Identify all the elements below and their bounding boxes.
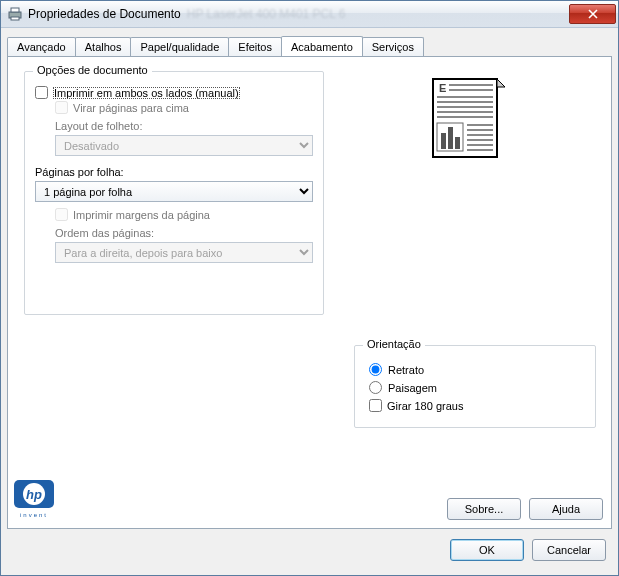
- tab-advanced[interactable]: Avançado: [7, 37, 76, 56]
- svg-text:invent: invent: [20, 512, 48, 518]
- pages-per-sheet-select[interactable]: 1 página por folha: [35, 181, 313, 202]
- svg-marker-4: [497, 79, 505, 87]
- print-both-sides-label: Imprimir em ambos os lados (manual): [53, 87, 240, 99]
- ok-button[interactable]: OK: [450, 539, 524, 561]
- left-column: Opções de documento Imprimir em ambos os…: [24, 71, 324, 325]
- landscape-input[interactable]: [369, 381, 382, 394]
- booklet-layout-select: Desativado: [55, 135, 313, 156]
- cancel-button[interactable]: Cancelar: [532, 539, 606, 561]
- tab-effects[interactable]: Efeitos: [228, 37, 282, 56]
- tab-paper[interactable]: Papel/qualidade: [130, 37, 229, 56]
- tab-shortcuts[interactable]: Atalhos: [75, 37, 132, 56]
- landscape-label: Paisagem: [388, 382, 437, 394]
- print-both-sides-input[interactable]: [35, 86, 48, 99]
- page-order-select: Para a direita, depois para baixo: [55, 242, 313, 263]
- svg-rect-1: [11, 8, 19, 12]
- rotate-input[interactable]: [369, 399, 382, 412]
- panel-button-row: Sobre... Ajuda: [447, 498, 603, 520]
- portrait-radio[interactable]: Retrato: [369, 363, 581, 376]
- dialog-window: Propriedades de Documento HP LaserJet 40…: [0, 0, 619, 576]
- rotate-checkbox[interactable]: Girar 180 graus: [369, 399, 581, 412]
- portrait-label: Retrato: [388, 364, 424, 376]
- svg-rect-16: [455, 137, 460, 149]
- dialog-button-row: OK Cancelar: [450, 539, 606, 561]
- tab-strip: Avançado Atalhos Papel/qualidade Efeitos…: [7, 34, 612, 56]
- title-bar: Propriedades de Documento HP LaserJet 40…: [1, 1, 618, 28]
- help-button[interactable]: Ajuda: [529, 498, 603, 520]
- orientation-legend: Orientação: [363, 338, 425, 350]
- tab-services[interactable]: Serviços: [362, 37, 424, 56]
- window-title: Propriedades de Documento: [28, 7, 181, 21]
- flip-pages-input: [55, 101, 68, 114]
- print-both-sides-checkbox[interactable]: Imprimir em ambos os lados (manual): [35, 86, 313, 99]
- right-column: E: [354, 71, 595, 428]
- tab-panel: Opções de documento Imprimir em ambos os…: [7, 56, 612, 529]
- svg-rect-2: [11, 17, 19, 20]
- flip-pages-checkbox: Virar páginas para cima: [55, 101, 313, 114]
- orientation-group: Orientação Retrato Paisagem Girar 180 gr…: [354, 345, 596, 428]
- print-borders-input: [55, 208, 68, 221]
- doc-options-legend: Opções de documento: [33, 64, 152, 76]
- printer-icon: [7, 6, 23, 22]
- about-button[interactable]: Sobre...: [447, 498, 521, 520]
- print-borders-checkbox: Imprimir margens da página: [55, 208, 313, 221]
- doc-options-group: Opções de documento Imprimir em ambos os…: [24, 71, 324, 315]
- svg-text:E: E: [439, 82, 446, 94]
- window-subtitle: HP LaserJet 400 M401 PCL 6: [187, 7, 569, 21]
- rotate-label: Girar 180 graus: [387, 400, 463, 412]
- page-preview-icon: E: [427, 75, 522, 165]
- landscape-radio[interactable]: Paisagem: [369, 381, 581, 394]
- svg-rect-14: [441, 133, 446, 149]
- close-button[interactable]: [569, 4, 616, 24]
- pages-per-sheet-label: Páginas por folha:: [35, 166, 313, 178]
- svg-text:hp: hp: [26, 487, 42, 502]
- client-area: Avançado Atalhos Papel/qualidade Efeitos…: [7, 28, 612, 569]
- booklet-layout-label: Layout de folheto:: [55, 120, 313, 132]
- portrait-input[interactable]: [369, 363, 382, 376]
- page-order-label: Ordem das páginas:: [55, 227, 313, 239]
- print-borders-label: Imprimir margens da página: [73, 209, 210, 221]
- tab-finishing[interactable]: Acabamento: [281, 36, 363, 56]
- flip-pages-label: Virar páginas para cima: [73, 102, 189, 114]
- svg-rect-15: [448, 127, 453, 149]
- hp-logo-icon: hp invent: [14, 480, 70, 520]
